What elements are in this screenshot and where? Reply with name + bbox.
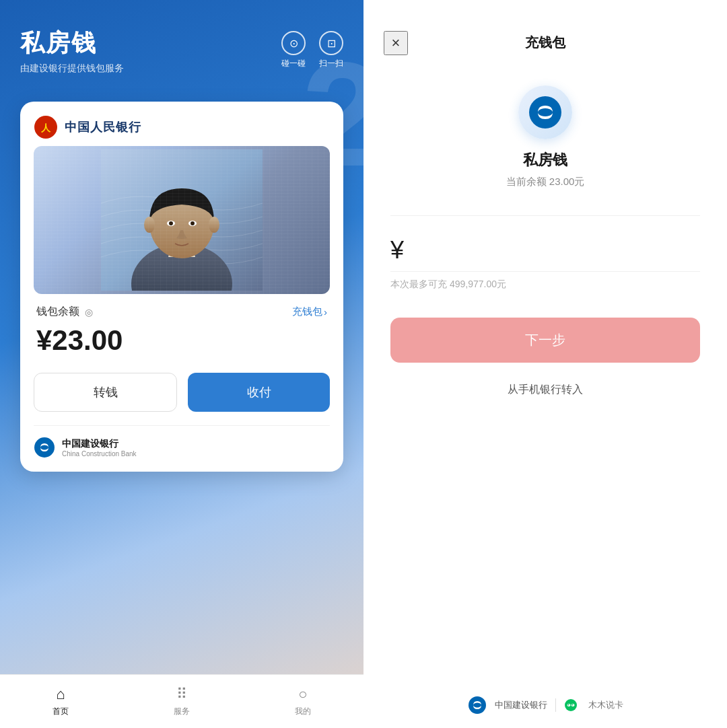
svg-point-17	[475, 703, 479, 707]
charge-wallet-link[interactable]: 充钱包 ›	[292, 305, 327, 318]
yuan-symbol: ¥	[390, 236, 404, 264]
next-button[interactable]: 下一步	[390, 318, 700, 363]
ccb-logo-icon	[34, 437, 55, 458]
balance-value: ¥23.00	[36, 324, 123, 356]
eye-icon[interactable]: ◎	[85, 307, 93, 318]
card-top: 人 中国人民银行	[34, 115, 330, 139]
card-footer: 中国建设银行 China Construction Bank	[34, 425, 330, 458]
wechat-icon	[564, 698, 578, 712]
nav-profile[interactable]: ○ 我的	[242, 675, 364, 728]
wallet-label-text: 钱包余额	[36, 305, 79, 319]
transfer-from-label[interactable]: 从手机银行转入	[508, 383, 583, 397]
svg-point-18	[565, 699, 577, 711]
ccb-en-name: China Construction Bank	[62, 450, 137, 458]
bank-name: 中国人民银行	[65, 119, 141, 135]
card-portrait	[34, 146, 330, 294]
wallet-label: 钱包余额 ◎	[36, 305, 93, 319]
max-charge-hint: 本次最多可充 499,977.00元	[390, 279, 506, 291]
header-icons: ⊙ 碰一碰 ⊡ 扫一扫	[281, 31, 343, 69]
app-subtitle: 由建设银行提供钱包服务	[20, 63, 124, 75]
profile-icon: ○	[298, 686, 307, 703]
right-header: × 充钱包	[364, 0, 727, 65]
wallet-balance-row: 钱包余额 ◎ 充钱包 ›	[34, 305, 330, 319]
right-panel: × 充钱包 私房钱 当前余额 23.00元 ¥ 本次最多可充 499,977.0…	[364, 0, 727, 728]
nav-home-label: 首页	[53, 706, 69, 717]
touch-icon-btn[interactable]: ⊙ 碰一碰	[281, 31, 306, 69]
scan-label: 扫一扫	[319, 58, 343, 69]
app-title-block: 私房钱 由建设银行提供钱包服务	[20, 27, 124, 75]
current-balance: 当前余额 23.00元	[506, 176, 585, 188]
nav-profile-label: 我的	[295, 706, 311, 717]
svg-point-21	[567, 704, 569, 706]
bank-emblem-icon: 人	[34, 115, 58, 139]
app-icon-large	[518, 85, 572, 139]
svg-text:人: 人	[40, 122, 51, 133]
divider	[390, 215, 700, 216]
touch-label: 碰一碰	[281, 58, 306, 69]
receive-button[interactable]: 收付	[188, 373, 330, 412]
services-icon: ⠿	[176, 686, 187, 703]
left-panel: 2 私房钱 由建设银行提供钱包服务 ⊙ 碰一碰 ⊡ 扫一扫 人 中国人民银行	[0, 0, 364, 728]
close-button[interactable]: ×	[384, 31, 408, 55]
chevron-right-icon: ›	[324, 306, 327, 318]
action-buttons: 转钱 收付	[34, 373, 330, 412]
nav-services[interactable]: ⠿ 服务	[121, 675, 242, 728]
home-icon: ⌂	[56, 686, 65, 703]
watermark-divider	[555, 698, 556, 712]
ccb-watermark-icon	[468, 696, 487, 715]
panel-title: 充钱包	[525, 34, 565, 52]
ccb-name-block: 中国建设银行 China Construction Bank	[62, 438, 137, 458]
right-bottom-watermark: 中国建设银行 木木说卡	[364, 696, 727, 715]
nav-services-label: 服务	[174, 706, 190, 717]
wallet-name-large: 私房钱	[523, 150, 567, 170]
svg-point-13	[42, 445, 46, 449]
bottom-nav: ⌂ 首页 ⠿ 服务 ○ 我的	[0, 674, 364, 728]
left-header: 私房钱 由建设银行提供钱包服务 ⊙ 碰一碰 ⊡ 扫一扫	[0, 0, 364, 88]
scan-icon: ⊡	[319, 31, 343, 55]
ccb-watermark-text: 中国建设银行	[495, 699, 547, 711]
ccb-large-icon	[528, 96, 562, 129]
transfer-button[interactable]: 转钱	[34, 373, 177, 412]
charge-link-text: 充钱包	[292, 305, 322, 318]
nav-home[interactable]: ⌂ 首页	[0, 675, 121, 728]
watermark-brand-text: 木木说卡	[588, 699, 623, 711]
amount-input[interactable]	[411, 240, 700, 261]
wallet-card: 人 中国人民银行	[20, 102, 343, 472]
brand-watermark	[564, 698, 580, 712]
scan-icon-btn[interactable]: ⊡ 扫一扫	[319, 31, 343, 69]
amount-input-row: ¥	[390, 229, 700, 272]
ccb-zh-name: 中国建设银行	[62, 438, 137, 450]
svg-point-22	[572, 704, 573, 706]
right-content: 私房钱 当前余额 23.00元 ¥ 本次最多可充 499,977.00元 下一步…	[364, 65, 727, 728]
app-title: 私房钱	[20, 27, 124, 60]
touch-icon: ⊙	[281, 31, 306, 55]
balance-amount: ¥23.00	[34, 319, 330, 362]
svg-point-15	[542, 109, 549, 116]
